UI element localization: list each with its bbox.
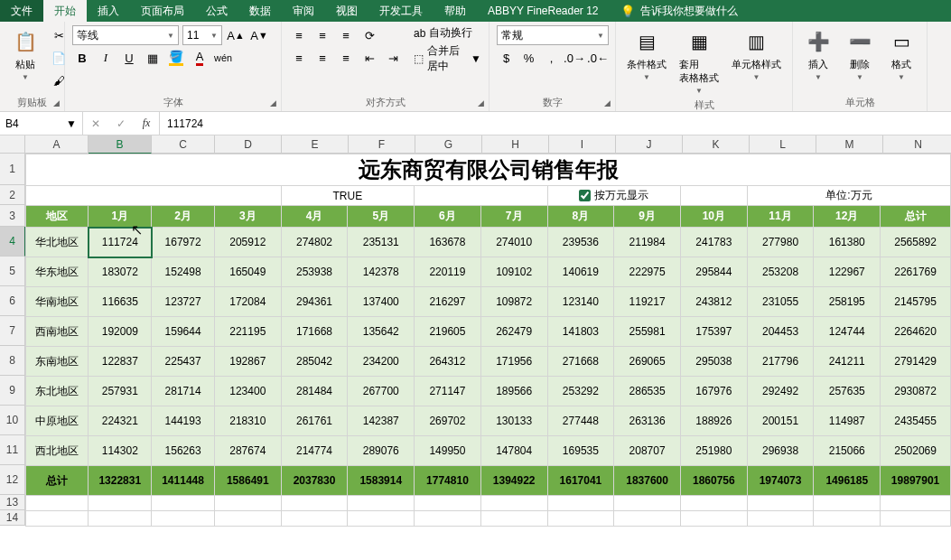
phonetic-button[interactable]: wén: [213, 48, 233, 68]
cell[interactable]: 269065: [614, 347, 681, 377]
cell[interactable]: 221195: [214, 317, 281, 347]
cell[interactable]: 167972: [152, 228, 215, 257]
fx-button[interactable]: fx: [134, 117, 159, 130]
tab-data[interactable]: 数据: [238, 0, 282, 22]
column-header[interactable]: B: [89, 135, 152, 154]
cell[interactable]: 271147: [415, 377, 481, 406]
cell[interactable]: [152, 496, 215, 511]
cell[interactable]: 204453: [747, 317, 814, 347]
cell[interactable]: 19897901: [881, 466, 951, 496]
cell[interactable]: 163678: [415, 228, 481, 257]
cell[interactable]: 130133: [480, 406, 547, 436]
cell[interactable]: 296938: [747, 436, 814, 466]
cell[interactable]: [680, 511, 747, 527]
row-header[interactable]: 4: [0, 227, 25, 257]
column-header[interactable]: H: [482, 135, 549, 154]
cell[interactable]: 192867: [214, 347, 281, 377]
cell[interactable]: 262479: [480, 317, 547, 347]
cell[interactable]: 1860756: [680, 466, 747, 496]
row-header[interactable]: 5: [0, 257, 25, 286]
cell[interactable]: 142387: [348, 406, 415, 436]
insert-cells-button[interactable]: ➕插入▼: [800, 25, 836, 83]
cell[interactable]: 2264620: [881, 317, 951, 347]
cell[interactable]: 2565892: [881, 228, 951, 257]
cell[interactable]: 137400: [348, 287, 415, 317]
cell[interactable]: 243812: [680, 287, 747, 317]
accept-formula-button[interactable]: ✓: [108, 117, 134, 130]
font-size-combo[interactable]: 11▼: [182, 25, 222, 45]
column-header[interactable]: J: [616, 135, 683, 154]
cell[interactable]: 171956: [480, 347, 547, 377]
row-header[interactable]: 8: [0, 346, 25, 376]
column-header[interactable]: D: [215, 135, 282, 154]
cell[interactable]: 141803: [547, 317, 614, 347]
cell[interactable]: 292492: [747, 377, 814, 406]
cell[interactable]: [881, 496, 951, 511]
cell[interactable]: 274010: [480, 228, 547, 257]
clipboard-launcher[interactable]: ◢: [51, 98, 61, 108]
decrease-decimal-button[interactable]: .0←: [588, 48, 608, 68]
number-format-combo[interactable]: 常规▼: [497, 25, 609, 45]
cell[interactable]: [415, 496, 481, 511]
increase-indent-button[interactable]: ⇥: [383, 48, 403, 68]
cell[interactable]: 10月: [680, 206, 747, 228]
cell[interactable]: [415, 186, 547, 206]
cell[interactable]: [26, 496, 89, 511]
cell[interactable]: 1394922: [480, 466, 547, 496]
row-header[interactable]: 14: [0, 510, 25, 526]
cell[interactable]: 114987: [814, 406, 881, 436]
cell[interactable]: 274802: [281, 228, 348, 257]
wanyuan-checkbox[interactable]: 按万元显示: [579, 188, 648, 203]
cell[interactable]: [348, 511, 415, 527]
cell[interactable]: [26, 186, 282, 206]
cell[interactable]: 122837: [89, 347, 152, 377]
cell[interactable]: 258195: [814, 287, 881, 317]
cell[interactable]: 9月: [614, 206, 681, 228]
cell[interactable]: 257931: [89, 377, 152, 406]
cell[interactable]: 123400: [214, 377, 281, 406]
cell[interactable]: 按万元显示: [547, 186, 680, 206]
cell[interactable]: 208707: [614, 436, 681, 466]
cell[interactable]: 263136: [614, 406, 681, 436]
italic-button[interactable]: I: [96, 48, 116, 68]
cell[interactable]: 287674: [214, 436, 281, 466]
cell[interactable]: 123140: [547, 287, 614, 317]
cell[interactable]: 135642: [348, 317, 415, 347]
tab-view[interactable]: 视图: [325, 0, 368, 22]
cancel-formula-button[interactable]: ✕: [83, 117, 108, 130]
decrease-indent-button[interactable]: ⇤: [359, 48, 379, 68]
row-header[interactable]: 11: [0, 435, 25, 465]
row-header[interactable]: 1: [0, 154, 25, 185]
cell[interactable]: 4月: [281, 206, 348, 228]
cell[interactable]: 2037830: [281, 466, 348, 496]
cell[interactable]: 中原地区: [26, 406, 89, 436]
cell[interactable]: 116635: [89, 287, 152, 317]
cell[interactable]: 1617041: [547, 466, 614, 496]
cell[interactable]: 1411448: [152, 466, 215, 496]
select-all-corner[interactable]: [0, 135, 25, 154]
cell[interactable]: 225437: [152, 347, 215, 377]
cell[interactable]: 281714: [152, 377, 215, 406]
cell[interactable]: [881, 511, 951, 527]
cell[interactable]: 286535: [614, 377, 681, 406]
cell[interactable]: 267700: [348, 377, 415, 406]
cell[interactable]: 华南地区: [26, 287, 89, 317]
align-top-button[interactable]: ≡: [289, 25, 309, 45]
row-header[interactable]: 9: [0, 376, 25, 406]
column-header[interactable]: I: [549, 135, 616, 154]
cell[interactable]: 总计: [26, 466, 89, 496]
cell[interactable]: 2930872: [881, 377, 951, 406]
row-header[interactable]: 7: [0, 316, 25, 346]
cell[interactable]: 147804: [480, 436, 547, 466]
tab-help[interactable]: 帮助: [434, 0, 477, 22]
cell[interactable]: 295038: [680, 347, 747, 377]
cell[interactable]: [747, 496, 814, 511]
cell[interactable]: 7月: [480, 206, 547, 228]
cell[interactable]: 111724: [89, 228, 152, 257]
tab-abbyy[interactable]: ABBYY FineReader 12: [477, 0, 610, 22]
cell[interactable]: 289076: [348, 436, 415, 466]
number-launcher[interactable]: ◢: [601, 98, 612, 108]
cell[interactable]: 2261769: [881, 257, 951, 287]
cell[interactable]: 215066: [814, 436, 881, 466]
cell[interactable]: 165049: [214, 257, 281, 287]
